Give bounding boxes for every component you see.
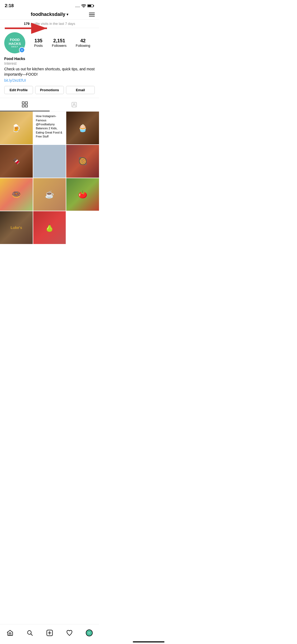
svg-rect-10	[22, 102, 24, 104]
grid-cell[interactable]: 🥘	[66, 145, 99, 178]
status-bar: 2:18	[0, 0, 99, 10]
avatar-wrapper[interactable]: FOOD HACKS DAILY +	[4, 32, 25, 53]
photo-grid: 🍺 How Instagram-Famous @Foodbabyny Balan…	[0, 112, 99, 244]
menu-button[interactable]	[89, 13, 95, 16]
bio-section: Food Hacks Interest Check us out for kit…	[0, 57, 99, 86]
grid-cell-overlay[interactable]: How Instagram-Famous @Foodbabyny Balance…	[33, 112, 66, 144]
posts-stat[interactable]: 135 Posts	[34, 38, 43, 48]
grid-cell[interactable]: 🍅	[66, 178, 99, 211]
wifi-icon	[81, 4, 86, 8]
stats-row: 135 Posts 2,151 Followers 42 Following	[30, 38, 95, 48]
chevron-down-icon: ▾	[67, 12, 68, 16]
avatar-food: FOOD	[9, 38, 21, 42]
svg-point-3	[77, 7, 77, 7]
followers-count: 2,151	[53, 38, 65, 44]
visit-count: 179	[24, 22, 30, 26]
avatar-daily: DAILY	[9, 46, 21, 48]
profile-category: Interest	[4, 61, 95, 66]
grid-cell[interactable]: Luke's	[0, 211, 33, 244]
tagged-icon	[71, 102, 77, 108]
avatar-hacks: HACKS	[9, 42, 21, 46]
svg-rect-12	[22, 105, 24, 107]
grid-cell[interactable]: ☕	[33, 178, 66, 211]
svg-rect-8	[93, 5, 94, 7]
menu-line	[89, 16, 95, 16]
grid-cell[interactable]	[33, 145, 66, 178]
svg-point-2	[76, 7, 76, 7]
grid-cell[interactable]: 🍫	[0, 145, 33, 178]
add-story-button[interactable]: +	[19, 47, 25, 53]
grid-cell[interactable]: 🧁	[66, 112, 99, 144]
profile-section: FOOD HACKS DAILY + 135 Posts 2,151 Follo…	[0, 28, 99, 57]
svg-rect-9	[88, 5, 91, 7]
action-buttons: Edit Profile Promotions Email	[0, 86, 99, 98]
posts-count: 135	[35, 38, 43, 44]
grid-cell[interactable]: 🍺	[0, 112, 33, 144]
status-time: 2:18	[5, 3, 14, 8]
status-icons	[75, 4, 94, 8]
header: foodhacksdaily ▾	[0, 10, 99, 20]
posts-label: Posts	[34, 44, 43, 48]
svg-point-4	[78, 7, 79, 7]
tagged-tab[interactable]	[50, 98, 99, 111]
svg-rect-11	[25, 102, 27, 104]
menu-line	[89, 14, 95, 15]
svg-rect-13	[25, 105, 27, 107]
visit-text: profile visits in the last 7 days	[31, 22, 75, 26]
following-count: 42	[80, 38, 86, 44]
svg-point-5	[79, 7, 80, 7]
followers-label: Followers	[52, 44, 67, 48]
following-stat[interactable]: 42 Following	[76, 38, 90, 48]
bio-text: Check us out for kitchen shortcuts, quic…	[4, 67, 95, 77]
signal-icon	[75, 4, 80, 7]
svg-point-15	[73, 103, 75, 105]
bio-link[interactable]: bit.ly/2ezEfUI	[4, 78, 26, 82]
battery-icon	[87, 4, 94, 8]
profile-name: Food Hacks	[4, 57, 95, 61]
promotions-button[interactable]: Promotions	[35, 86, 64, 94]
grid-tab[interactable]	[0, 98, 50, 111]
edit-profile-button[interactable]: Edit Profile	[4, 86, 33, 94]
followers-stat[interactable]: 2,151 Followers	[52, 38, 67, 48]
svg-point-6	[83, 7, 84, 8]
grid-cell[interactable]: 🍐	[33, 211, 66, 244]
username-text: foodhacksdaily	[31, 12, 65, 17]
content-tabs	[0, 98, 99, 112]
username-display[interactable]: foodhacksdaily ▾	[31, 12, 68, 17]
profile-visits-bar: 179 profile visits in the last 7 days	[0, 20, 99, 28]
following-label: Following	[76, 44, 90, 48]
grid-icon	[22, 101, 28, 108]
overlay-text: How Instagram-Famous @Foodbabyny Balance…	[36, 114, 63, 139]
menu-line	[89, 13, 95, 13]
grid-cell[interactable]: 🍩	[0, 178, 33, 211]
email-button[interactable]: Email	[66, 86, 95, 94]
